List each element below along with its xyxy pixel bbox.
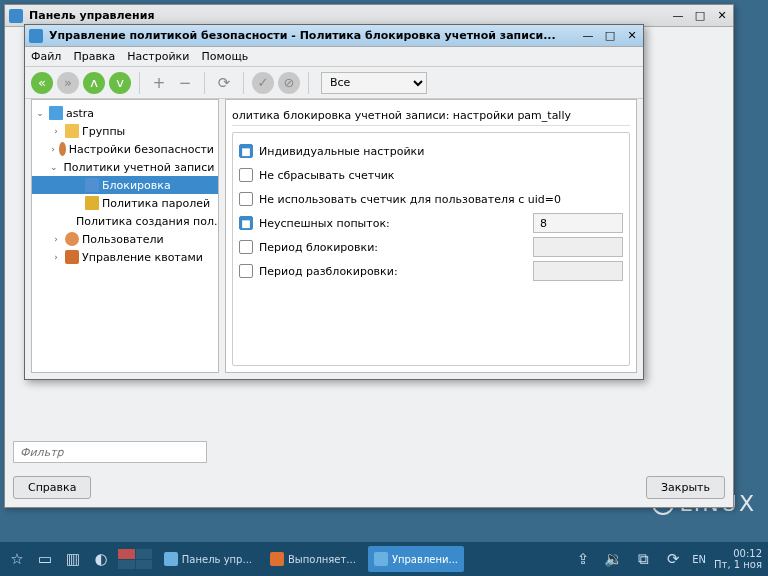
cancel-button[interactable]: ⊘ xyxy=(278,72,300,94)
nav-up-button[interactable]: ʌ xyxy=(83,72,105,94)
gear-icon xyxy=(59,142,66,156)
toolbar: « » ʌ v + − ⟳ ✓ ⊘ Все xyxy=(25,67,643,99)
app-icon xyxy=(9,9,23,23)
tray-language[interactable]: EN xyxy=(692,554,706,565)
key-icon xyxy=(85,196,99,210)
menu-file[interactable]: Файл xyxy=(31,50,61,63)
label-failed: Неуспешных попыток: xyxy=(259,217,390,230)
close-button[interactable]: ✕ xyxy=(625,29,639,42)
checkbox-failed[interactable]: ■ xyxy=(239,216,253,230)
menu-settings[interactable]: Настройки xyxy=(127,50,189,63)
close-button[interactable]: ✕ xyxy=(715,9,729,22)
start-button[interactable]: ☆ xyxy=(6,548,28,570)
minimize-button[interactable]: — xyxy=(671,9,685,22)
tree-node-root[interactable]: ⌄ astra xyxy=(32,104,218,122)
browser-launcher[interactable]: ◐ xyxy=(90,548,112,570)
checkbox-unlock-period[interactable] xyxy=(239,264,253,278)
security-policy-window: Управление политикой безопасности - Поли… xyxy=(24,24,644,380)
tree-node-acct-policies[interactable]: ⌄ Политики учетной записи xyxy=(32,158,218,176)
add-button[interactable]: + xyxy=(148,72,170,94)
checkbox-lock-period[interactable] xyxy=(239,240,253,254)
spin-lock-period[interactable] xyxy=(533,237,623,257)
show-desktop-button[interactable]: ▭ xyxy=(34,548,56,570)
filter-combo[interactable]: Все xyxy=(321,72,427,94)
filter-input[interactable] xyxy=(13,441,207,463)
taskbar-item-security[interactable]: Управлени... xyxy=(368,546,464,572)
tray-network-icon[interactable]: ⧉ xyxy=(632,548,654,570)
label-lock-period: Период блокировки: xyxy=(259,241,378,254)
maximize-button[interactable]: □ xyxy=(603,29,617,42)
nav-back-button[interactable]: « xyxy=(31,72,53,94)
minimize-button[interactable]: — xyxy=(581,29,595,42)
quota-icon xyxy=(65,250,79,264)
label-unlock-period: Период разблокировки: xyxy=(259,265,398,278)
help-button[interactable]: Справка xyxy=(13,476,91,499)
menubar: Файл Правка Настройки Помощь xyxy=(25,47,643,67)
tray-updates-icon[interactable]: ⟳ xyxy=(662,548,684,570)
maximize-button[interactable]: □ xyxy=(693,9,707,22)
nav-forward-button[interactable]: » xyxy=(57,72,79,94)
checkbox-noreset[interactable] xyxy=(239,168,253,182)
app-icon xyxy=(29,29,43,43)
tray-usb-icon[interactable]: ⇪ xyxy=(572,548,594,570)
label-individual: Индивидуальные настройки xyxy=(259,145,424,158)
child-titlebar[interactable]: Управление политикой безопасности - Поли… xyxy=(25,25,643,47)
tray-volume-icon[interactable]: 🔉 xyxy=(602,548,624,570)
spin-unlock-period[interactable] xyxy=(533,261,623,281)
computer-icon xyxy=(49,106,63,120)
menu-help[interactable]: Помощь xyxy=(201,50,248,63)
folder-icon xyxy=(65,124,79,138)
tree-node-users[interactable]: › Пользователи xyxy=(32,230,218,248)
refresh-button[interactable]: ⟳ xyxy=(213,72,235,94)
apply-button[interactable]: ✓ xyxy=(252,72,274,94)
taskbar-clock[interactable]: 00:12 Пт, 1 ноя xyxy=(714,548,762,570)
tree-node-quotas[interactable]: › Управление квотами xyxy=(32,248,218,266)
close-panel-button[interactable]: Закрыть xyxy=(646,476,725,499)
parent-title: Панель управления xyxy=(29,9,671,22)
tree-panel: ⌄ astra › Группы › Настройки безопасност… xyxy=(31,99,219,373)
menu-edit[interactable]: Правка xyxy=(73,50,115,63)
file-manager-launcher[interactable]: ▥ xyxy=(62,548,84,570)
checkbox-uid0[interactable] xyxy=(239,192,253,206)
taskbar-item-control-panel[interactable]: Панель упр... xyxy=(158,546,258,572)
nav-down-button[interactable]: v xyxy=(109,72,131,94)
shield-icon xyxy=(85,178,99,192)
user-icon xyxy=(65,232,79,246)
remove-button[interactable]: − xyxy=(174,72,196,94)
detail-panel: олитика блокировка учетной записи: настр… xyxy=(225,99,637,373)
label-noreset: Не сбрасывать счетчик xyxy=(259,169,394,182)
taskbar: ☆ ▭ ▥ ◐ Панель упр... Выполняет... Управ… xyxy=(0,542,768,576)
pager[interactable] xyxy=(118,549,152,569)
tree-node-security[interactable]: › Настройки безопасности xyxy=(32,140,218,158)
system-tray: ⇪ 🔉 ⧉ ⟳ EN 00:12 Пт, 1 ноя xyxy=(572,548,762,570)
child-title: Управление политикой безопасности - Поли… xyxy=(49,29,581,42)
tree-node-groups[interactable]: › Группы xyxy=(32,122,218,140)
spin-failed[interactable] xyxy=(533,213,623,233)
detail-header: олитика блокировка учетной записи: настр… xyxy=(232,106,630,126)
label-uid0: Не использовать счетчик для пользователя… xyxy=(259,193,561,206)
tree-node-create-policy[interactable]: Политика создания пол... xyxy=(32,212,218,230)
tree-node-lockout[interactable]: Блокировка xyxy=(32,176,218,194)
checkbox-individual[interactable]: ■ xyxy=(239,144,253,158)
tree-node-pwd-policy[interactable]: Политика паролей xyxy=(32,194,218,212)
taskbar-item-running[interactable]: Выполняет... xyxy=(264,546,362,572)
